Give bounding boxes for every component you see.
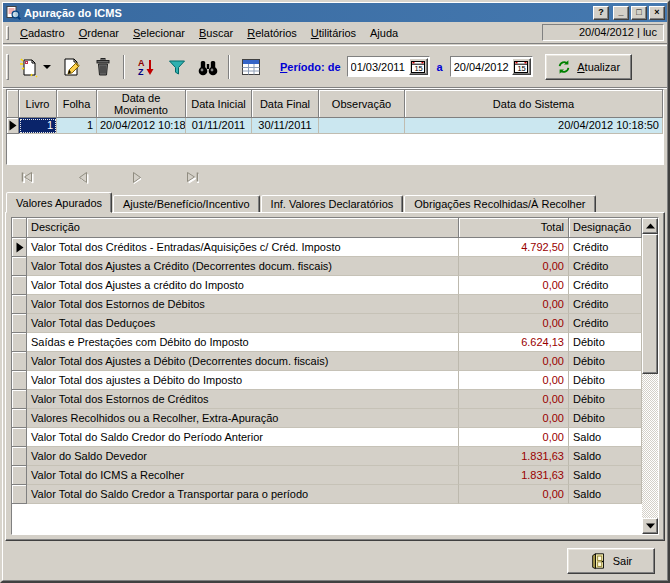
detail-row[interactable]: Valor Total dos Estornos de Créditos0,00… bbox=[12, 390, 642, 409]
detail-cell-descricao[interactable]: Valor Total dos Estornos de Créditos bbox=[27, 390, 459, 409]
detail-cell-designacao[interactable]: Saldo bbox=[569, 428, 642, 447]
detail-cell-descricao[interactable]: Valor do Saldo Devedor bbox=[27, 447, 459, 466]
detail-row[interactable]: Valor Total dos Ajustes a Crédito (Decor… bbox=[12, 257, 642, 276]
period-to-input[interactable] bbox=[452, 58, 512, 75]
menu-item-utilitarios[interactable]: Utilitários bbox=[304, 25, 363, 41]
detail-row[interactable]: Valor Total do Saldo Credor do Período A… bbox=[12, 428, 642, 447]
detail-cell-descricao[interactable]: Valor Total do Saldo Credor do Período A… bbox=[27, 428, 459, 447]
help-button[interactable]: ? bbox=[593, 6, 609, 20]
detail-cell-designacao[interactable]: Saldo bbox=[569, 466, 642, 485]
detail-row[interactable]: Valor Total dos Créditos - Entradas/Aqui… bbox=[12, 238, 642, 257]
edit-record-button[interactable] bbox=[58, 53, 85, 80]
toolbar-grip-handle[interactable] bbox=[6, 54, 9, 80]
detail-cell-designacao[interactable]: Crédito bbox=[569, 257, 642, 276]
detail-cell-descricao[interactable]: Valor Total dos Ajustes a Crédito (Decor… bbox=[27, 257, 459, 276]
detail-row[interactable]: Valor Total dos ajustes a Débito do Impo… bbox=[12, 371, 642, 390]
column-header-1[interactable]: Livro bbox=[19, 90, 57, 118]
detail-cell-total[interactable]: 4.792,50 bbox=[459, 238, 569, 257]
detail-cell-designacao[interactable]: Débito bbox=[569, 371, 642, 390]
scroll-up-button[interactable] bbox=[642, 218, 658, 234]
column-header-7[interactable]: Data do Sistema bbox=[405, 90, 663, 118]
column-header-4[interactable]: Data Inicial bbox=[186, 90, 252, 118]
detail-cell-total[interactable]: 0,00 bbox=[459, 485, 569, 504]
detail-column-header-1[interactable]: Descrição bbox=[27, 218, 459, 238]
minimize-button[interactable]: _ bbox=[613, 6, 629, 20]
sort-az-button[interactable]: AZ bbox=[132, 53, 159, 80]
detail-cell-descricao[interactable]: Valor Total dos Créditos - Entradas/Aqui… bbox=[27, 238, 459, 257]
period-from-input[interactable] bbox=[349, 58, 409, 75]
menubar-grip-handle[interactable] bbox=[6, 26, 9, 40]
detail-cell-total[interactable]: 0,00 bbox=[459, 409, 569, 428]
update-button[interactable]: Atualizar bbox=[545, 54, 632, 80]
detail-row[interactable]: Valor Total dos Ajustes a crédito do Imp… bbox=[12, 276, 642, 295]
detail-grid-scrollbar[interactable] bbox=[642, 218, 658, 534]
menu-item-ordenar[interactable]: Ordenar bbox=[72, 25, 126, 41]
detail-cell-designacao[interactable]: Débito bbox=[569, 390, 642, 409]
new-record-button[interactable] bbox=[15, 53, 42, 80]
delete-record-button[interactable] bbox=[89, 53, 116, 80]
menu-item-ajuda[interactable]: Ajuda bbox=[363, 25, 405, 41]
first-record-button[interactable] bbox=[19, 171, 35, 185]
detail-column-header-3[interactable]: Designação bbox=[569, 218, 642, 238]
detail-row[interactable]: Valor Total do ICMS a Recolher1.831,63Sa… bbox=[12, 466, 642, 485]
detail-cell-designacao[interactable]: Débito bbox=[569, 352, 642, 371]
detail-cell-total[interactable]: 0,00 bbox=[459, 314, 569, 333]
column-header-6[interactable]: Observação bbox=[319, 90, 405, 118]
tab-ajuste-beneficio-incentivo[interactable]: Ajuste/Benefício/Incentivo bbox=[113, 195, 260, 213]
record-cell-6[interactable] bbox=[319, 118, 405, 134]
filter-button[interactable] bbox=[163, 53, 190, 80]
detail-row[interactable]: Valor Total dos Ajustes a Débito (Decorr… bbox=[12, 352, 642, 371]
detail-cell-descricao[interactable]: Valor Total do ICMS a Recolher bbox=[27, 466, 459, 485]
detail-cell-descricao[interactable]: Valor Total dos ajustes a Débito do Impo… bbox=[27, 371, 459, 390]
tab-valores-apurados[interactable]: Valores Apurados bbox=[6, 192, 112, 213]
menu-item-cadastro[interactable]: Cadastro bbox=[13, 25, 72, 41]
detail-cell-total[interactable]: 6.624,13 bbox=[459, 333, 569, 352]
next-record-button[interactable] bbox=[129, 171, 145, 185]
column-header-3[interactable]: Data de Movimento bbox=[97, 90, 186, 118]
scroll-down-button[interactable] bbox=[642, 518, 658, 534]
detail-cell-designacao[interactable]: Crédito bbox=[569, 295, 642, 314]
dropdown-arrow-button[interactable] bbox=[41, 53, 54, 80]
detail-cell-descricao[interactable]: Valor Total dos Ajustes a crédito do Imp… bbox=[27, 276, 459, 295]
record-cell-7[interactable]: 20/04/2012 10:18:50 bbox=[405, 118, 663, 134]
detail-cell-total[interactable]: 0,00 bbox=[459, 390, 569, 409]
records-grid-row[interactable]: 1120/04/2012 10:18:2901/11/201130/11/201… bbox=[7, 118, 663, 134]
detail-row[interactable]: Valor Total do Saldo Credor a Transporta… bbox=[12, 485, 642, 504]
detail-cell-descricao[interactable]: Valor Total dos Ajustes a Débito (Decorr… bbox=[27, 352, 459, 371]
detail-cell-descricao[interactable]: Valores Recolhidos ou a Recolher, Extra-… bbox=[27, 409, 459, 428]
detail-row[interactable]: Valor do Saldo Devedor1.831,63Saldo bbox=[12, 447, 642, 466]
record-cell-2[interactable]: 1 bbox=[57, 118, 97, 134]
tab-obrigacoes-recolhidas[interactable]: Obrigações Recolhidas/À Recolher bbox=[404, 195, 595, 213]
detail-cell-total[interactable]: 0,00 bbox=[459, 276, 569, 295]
search-binoculars-button[interactable] bbox=[194, 53, 221, 80]
detail-row[interactable]: Valor Total das Deduçoes0,00Crédito bbox=[12, 314, 642, 333]
detail-cell-descricao[interactable]: Valor Total do Saldo Credor a Transporta… bbox=[27, 485, 459, 504]
detail-cell-designacao[interactable]: Débito bbox=[569, 409, 642, 428]
record-cell-4[interactable]: 01/11/2011 bbox=[186, 118, 252, 134]
record-cell-1[interactable]: 1 bbox=[19, 118, 57, 134]
detail-cell-designacao[interactable]: Crédito bbox=[569, 238, 642, 257]
detail-cell-descricao[interactable]: Valor Total dos Estornos de Débitos bbox=[27, 295, 459, 314]
last-record-button[interactable] bbox=[184, 171, 200, 185]
calendar-grid-button[interactable] bbox=[237, 53, 264, 80]
detail-row[interactable]: Valor Total dos Estornos de Débitos0,00C… bbox=[12, 295, 642, 314]
record-cell-5[interactable]: 30/11/2011 bbox=[252, 118, 319, 134]
detail-cell-total[interactable]: 0,00 bbox=[459, 428, 569, 447]
record-cell-3[interactable]: 20/04/2012 10:18:29 bbox=[97, 118, 186, 134]
detail-cell-designacao[interactable]: Débito bbox=[569, 333, 642, 352]
detail-cell-designacao[interactable]: Saldo bbox=[569, 447, 642, 466]
maximize-button[interactable]: □ bbox=[631, 6, 647, 20]
close-button[interactable]: × bbox=[649, 6, 665, 20]
menu-item-relatorios[interactable]: Relatórios bbox=[240, 25, 304, 41]
detail-cell-descricao[interactable]: Valor Total das Deduçoes bbox=[27, 314, 459, 333]
period-to-calendar-button[interactable]: 15 bbox=[512, 58, 531, 75]
column-header-5[interactable]: Data Final bbox=[252, 90, 319, 118]
column-header-2[interactable]: Folha bbox=[57, 90, 97, 118]
detail-cell-total[interactable]: 1.831,63 bbox=[459, 466, 569, 485]
scrollbar-thumb[interactable] bbox=[642, 234, 658, 374]
detail-cell-total[interactable]: 1.831,63 bbox=[459, 447, 569, 466]
detail-column-header-2[interactable]: Total bbox=[459, 218, 569, 238]
exit-button[interactable]: Sair bbox=[567, 548, 655, 574]
detail-row[interactable]: Valores Recolhidos ou a Recolher, Extra-… bbox=[12, 409, 642, 428]
detail-cell-designacao[interactable]: Crédito bbox=[569, 276, 642, 295]
